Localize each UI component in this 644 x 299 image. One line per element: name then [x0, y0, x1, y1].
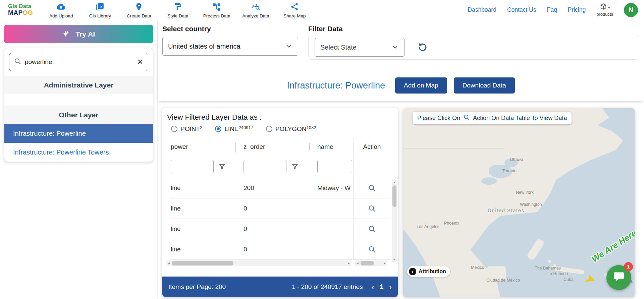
- section-gap: [4, 94, 153, 106]
- clear-search-icon[interactable]: ✕: [137, 58, 143, 66]
- map-label: Cuba: [564, 277, 574, 282]
- add-on-map-button[interactable]: Add on Map: [395, 77, 447, 94]
- attribution-button[interactable]: i Attribution: [407, 266, 450, 277]
- map-great-lake: [481, 177, 497, 185]
- view-on-map-icon[interactable]: [368, 225, 376, 233]
- tool-label: Gis Library: [89, 13, 111, 18]
- nav-link-pricing[interactable]: Pricing: [568, 6, 586, 13]
- scroll-right-icon[interactable]: ►: [382, 261, 387, 265]
- filter-funnel-icon[interactable]: [291, 163, 299, 170]
- filter-funnel-icon[interactable]: [218, 163, 226, 170]
- map-island: [548, 260, 551, 263]
- view-on-map-icon[interactable]: [368, 245, 376, 254]
- vertical-scroll-thumb[interactable]: [392, 185, 396, 207]
- radio-point[interactable]: POINT2: [171, 125, 202, 133]
- column-header-z-order[interactable]: z_order: [235, 143, 309, 151]
- flow-icon: [212, 2, 221, 12]
- page-title: Infrastructure: Powerline: [287, 80, 385, 91]
- horizontal-scroll-thumb[interactable]: [361, 261, 374, 265]
- horizontal-scrollbar[interactable]: ◄ ►: [166, 260, 351, 266]
- map-label: Phoenix: [444, 221, 459, 226]
- scroll-left-icon[interactable]: ◄: [166, 261, 171, 265]
- tool-process-data[interactable]: Process Data: [198, 1, 235, 18]
- cube-icon: [600, 3, 607, 12]
- map-label: Los Angeles: [417, 224, 439, 229]
- tool-create-data[interactable]: Create Data: [120, 1, 158, 18]
- next-page-icon[interactable]: ›: [389, 283, 392, 291]
- scroll-right-icon[interactable]: ►: [346, 261, 351, 265]
- data-table-panel: View Filtered Layer Data as : POINT2 LIN…: [162, 108, 398, 297]
- table-row: line 0: [170, 219, 390, 239]
- user-avatar[interactable]: N: [624, 3, 638, 17]
- filter-input-z-order[interactable]: [244, 160, 286, 173]
- download-data-button[interactable]: Download Data: [454, 77, 515, 94]
- scroll-down-icon[interactable]: ▼: [393, 257, 396, 262]
- view-on-map-icon[interactable]: [368, 184, 376, 192]
- scroll-up-icon[interactable]: ▲: [393, 180, 396, 185]
- nav-link-dashboard[interactable]: Dashboard: [468, 6, 496, 13]
- items-per-page[interactable]: Items per Page: 200: [168, 283, 226, 291]
- tool-add-upload[interactable]: Add Upload: [42, 1, 80, 18]
- map-label: United States: [488, 207, 525, 213]
- map-florida: [526, 238, 545, 261]
- tool-share-map[interactable]: Share Map: [276, 1, 313, 18]
- view-on-map-icon[interactable]: [368, 204, 376, 213]
- tool-gis-library[interactable]: Gis Library: [81, 1, 119, 18]
- column-header-action: Action: [354, 138, 390, 156]
- prev-page-icon[interactable]: ‹: [372, 283, 375, 291]
- tool-style-data[interactable]: Style Data: [159, 1, 197, 18]
- pagination: ‹ 1 ›: [372, 283, 392, 291]
- toolbar: Add Upload Gis Library Create Data Style…: [42, 1, 313, 18]
- tool-label: Share Map: [283, 13, 306, 18]
- view-filtered-label: View Filtered Layer Data as :: [167, 113, 398, 122]
- sparkle-icon: ✦✦: [62, 30, 72, 39]
- sidebar-item-powerline-towers[interactable]: Infrastructure: Powerline Towers: [4, 143, 153, 162]
- map-label: Ottawa: [510, 157, 523, 162]
- radio-line[interactable]: LINE240917: [215, 125, 253, 133]
- try-ai-button[interactable]: ✦✦ Try AI: [4, 25, 153, 43]
- sidebar-item-powerline[interactable]: Infrastructure: Powerline: [4, 124, 153, 143]
- layer-search-card: ✕ Administrative Layer Other Layer Infra…: [4, 48, 153, 162]
- table-row: line 200 Midway - W: [170, 178, 390, 198]
- radio-polygon-circle[interactable]: [266, 126, 272, 132]
- current-page[interactable]: 1: [380, 283, 383, 291]
- cloud-upload-icon: [57, 2, 65, 12]
- reset-filter-icon[interactable]: [417, 41, 429, 53]
- country-select[interactable]: United states of america: [162, 37, 298, 56]
- section-administrative-layer: Administrative Layer: [4, 76, 153, 94]
- scroll-left-icon[interactable]: ◄: [355, 261, 360, 265]
- state-select[interactable]: Select State: [315, 38, 405, 57]
- column-header-power[interactable]: power: [170, 143, 235, 151]
- map-label: Washington: [520, 202, 542, 207]
- app-logo[interactable]: Gis Data MAPOG: [8, 3, 33, 16]
- products-menu[interactable]: ▾ products: [596, 3, 613, 17]
- chevron-down-icon: [285, 43, 292, 50]
- map-label: Ciudad de México: [486, 278, 520, 283]
- sidebar: ✦✦ Try AI ✕ Administrative Layer Other L…: [0, 20, 158, 299]
- radio-line-circle[interactable]: [215, 126, 221, 132]
- filter-input-power[interactable]: [171, 160, 214, 173]
- radio-polygon[interactable]: POLYGON1082: [266, 125, 316, 133]
- column-header-name[interactable]: name: [309, 143, 354, 151]
- share-icon: [290, 2, 299, 12]
- action-column-scrollbar[interactable]: ◄ ►: [355, 260, 387, 266]
- navbar-right: Dashboard Contact Us Faq Pricing ▾ produ…: [468, 3, 638, 17]
- select-country-label: Select country: [162, 25, 308, 33]
- horizontal-scroll-thumb[interactable]: [172, 261, 233, 265]
- map-panel[interactable]: Ottawa Toronto New York Washington Unite…: [403, 108, 635, 297]
- nav-link-faq[interactable]: Faq: [547, 6, 557, 13]
- tool-label: Create Data: [127, 13, 151, 18]
- tool-analyze-data[interactable]: Analyze Data: [237, 1, 274, 18]
- tool-label: Add Upload: [49, 13, 73, 18]
- analyze-chart-icon: [251, 2, 260, 12]
- data-table: power z_order name Action: [170, 138, 390, 260]
- radio-point-circle[interactable]: [171, 126, 177, 132]
- filter-input-name[interactable]: [317, 160, 352, 173]
- map-border-line: [403, 148, 504, 148]
- we-are-here-text: We Are Here: [590, 228, 635, 264]
- table-row: line 0: [170, 198, 390, 219]
- nav-link-contact[interactable]: Contact Us: [507, 6, 536, 13]
- table-row: line 0: [170, 239, 390, 260]
- layer-search-input[interactable]: [25, 58, 134, 66]
- vertical-scrollbar[interactable]: ▲ ▼: [392, 180, 397, 262]
